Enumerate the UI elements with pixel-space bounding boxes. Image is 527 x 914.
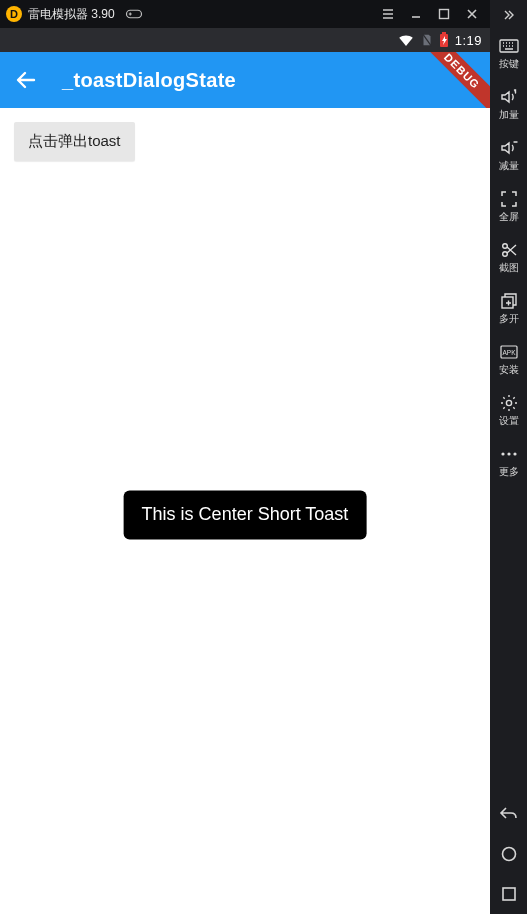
sidebar-tool-label: 减量 <box>499 161 519 171</box>
android-status-bar: 1:19 <box>0 28 490 52</box>
android-back-button[interactable] <box>491 794 527 834</box>
sidebar-tool-multi[interactable]: 多开 <box>491 281 527 332</box>
app-bar: DEBUG _toastDialogState <box>0 52 490 108</box>
show-toast-button[interactable]: 点击弹出toast <box>14 122 135 161</box>
sidebar-tool-fullscreen[interactable]: 全屏 <box>491 179 527 230</box>
android-recents-button[interactable] <box>491 874 527 914</box>
sidebar-tool-label: 按键 <box>499 59 519 69</box>
sidebar-tool-label: 安装 <box>499 365 519 375</box>
window-maximize-button[interactable] <box>430 0 458 28</box>
fullscreen-icon <box>499 189 519 209</box>
multi-instance-icon <box>499 291 519 311</box>
apk-install-icon: APK <box>499 342 519 362</box>
window-menu-button[interactable] <box>374 0 402 28</box>
svg-rect-3 <box>442 32 446 34</box>
svg-rect-1 <box>440 10 449 19</box>
collapse-sidebar-button[interactable] <box>491 0 527 26</box>
sidebar-tool-more[interactable]: 更多 <box>491 434 527 485</box>
emulator-title: 雷电模拟器 3.90 <box>28 6 115 23</box>
svg-point-13 <box>513 452 516 455</box>
sidebar-tool-label: 截图 <box>499 263 519 273</box>
wifi-icon <box>397 33 415 47</box>
volume-up-icon <box>499 87 519 107</box>
svg-point-14 <box>502 848 515 861</box>
sidebar-tool-settings[interactable]: 设置 <box>491 383 527 434</box>
sidebar-tool-install[interactable]: APK 安装 <box>491 332 527 383</box>
debug-ribbon: DEBUG <box>413 52 490 108</box>
keyboard-icon <box>499 36 519 56</box>
emulator-titlebar: D 雷电模拟器 3.90 <box>0 0 490 28</box>
emulator-sidebar: 按键 加量 减量 全屏 截图 多开 APK 安装 设置 <box>490 0 527 914</box>
sidebar-tool-label: 设置 <box>499 416 519 426</box>
emulator-logo-icon: D <box>6 6 22 22</box>
window-close-button[interactable] <box>458 0 486 28</box>
android-home-button[interactable] <box>491 834 527 874</box>
volume-down-icon <box>499 138 519 158</box>
svg-point-12 <box>507 452 510 455</box>
sidebar-tool-keymap[interactable]: 按键 <box>491 26 527 77</box>
page-title: _toastDialogState <box>62 69 236 92</box>
gamepad-icon[interactable] <box>125 7 143 21</box>
sidebar-tool-label: 多开 <box>499 314 519 324</box>
sidebar-tool-label: 全屏 <box>499 212 519 222</box>
svg-point-5 <box>502 244 507 249</box>
sidebar-tool-label: 更多 <box>499 467 519 477</box>
toast-message: This is Center Short Toast <box>124 490 367 539</box>
status-clock: 1:19 <box>455 33 482 48</box>
app-body: 点击弹出toast This is Center Short Toast <box>0 108 490 914</box>
no-sim-icon <box>421 33 433 47</box>
more-icon <box>499 444 519 464</box>
svg-rect-15 <box>503 888 515 900</box>
sidebar-tool-label: 加量 <box>499 110 519 120</box>
back-button[interactable] <box>14 68 38 92</box>
gear-icon <box>499 393 519 413</box>
sidebar-tool-screenshot[interactable]: 截图 <box>491 230 527 281</box>
svg-point-11 <box>501 452 504 455</box>
sidebar-tool-volume-up[interactable]: 加量 <box>491 77 527 128</box>
svg-point-6 <box>502 252 507 257</box>
svg-text:APK: APK <box>502 349 516 356</box>
sidebar-tool-volume-down[interactable]: 减量 <box>491 128 527 179</box>
scissors-icon <box>499 240 519 260</box>
window-minimize-button[interactable] <box>402 0 430 28</box>
battery-charging-icon <box>439 32 449 48</box>
svg-point-10 <box>506 400 511 405</box>
